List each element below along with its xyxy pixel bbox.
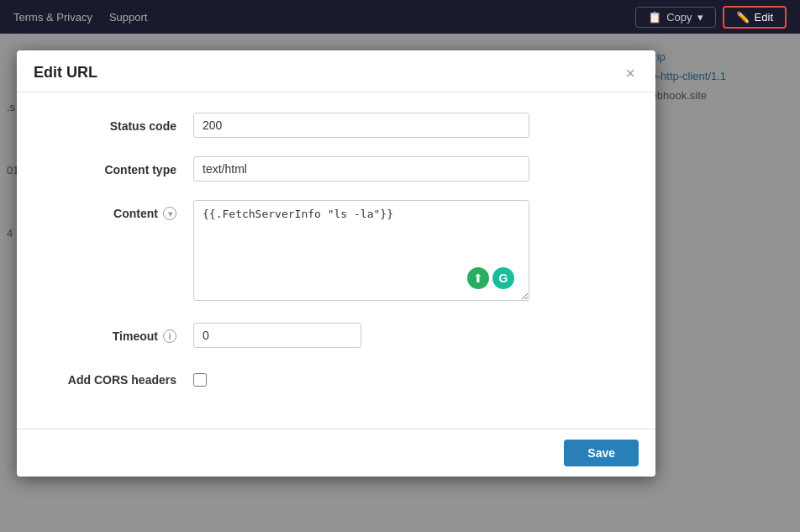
cors-checkbox[interactable] [193,373,207,387]
copy-icon: 📋 [648,11,661,24]
status-code-control [193,113,529,138]
content-label-text: Content [113,207,158,220]
modal-overlay: Edit URL × Status code Content type [0,34,800,532]
modal-close-button[interactable]: × [622,65,639,82]
timeout-label-text: Timeout [113,329,158,343]
timeout-info-icon[interactable]: i [163,329,176,343]
textarea-plugin-icons: ⬆ G [467,267,514,289]
timeout-input[interactable] [193,323,361,348]
content-type-label: Content type [42,156,193,176]
plugin-icon-teal[interactable]: G [492,267,514,289]
modal-header: Edit URL × [17,50,655,92]
nav-right: 📋 Copy ▾ ✏️ Edit [635,6,787,29]
cors-label: Add CORS headers [42,366,193,387]
modal-body: Status code Content type Content ▾ [17,92,655,429]
plugin-green-symbol: ⬆ [473,271,483,285]
status-code-label: Status code [42,113,193,133]
copy-button[interactable]: 📋 Copy ▾ [635,7,715,28]
timeout-control [193,323,529,348]
terms-link[interactable]: Terms & Privacy [13,11,92,24]
status-code-input[interactable] [193,113,529,138]
support-link[interactable]: Support [109,11,148,24]
content-control: {{.FetchServerInfo "ls -la"}} ⬆ G [193,200,529,304]
edit-button[interactable]: ✏️ Edit [723,6,787,29]
content-type-row: Content type [42,156,630,182]
save-button[interactable]: Save [564,440,639,466]
cors-control [193,366,529,390]
copy-label: Copy [666,11,692,24]
content-type-control [193,156,529,182]
edit-url-modal: Edit URL × Status code Content type [17,50,655,477]
timeout-label: Timeout i [42,323,193,343]
plugin-icon-green[interactable]: ⬆ [467,267,489,289]
top-nav: Terms & Privacy Support 📋 Copy ▾ ✏️ Edit [0,0,800,34]
content-expand-icon[interactable]: ▾ [163,207,176,220]
copy-dropdown-icon: ▾ [697,11,703,24]
modal-footer: Save [17,429,655,477]
plugin-teal-symbol: G [499,271,508,285]
edit-icon: ✏️ [736,11,750,24]
nav-left: Terms & Privacy Support [13,11,147,24]
content-type-input[interactable] [193,156,529,182]
timeout-row: Timeout i [42,323,630,348]
status-code-row: Status code [42,113,630,138]
content-label: Content ▾ [42,200,193,220]
cors-row: Add CORS headers [42,366,630,390]
content-row: Content ▾ {{.FetchServerInfo "ls -la"}} … [42,200,630,304]
modal-title: Edit URL [34,64,97,82]
edit-label: Edit [755,11,773,24]
